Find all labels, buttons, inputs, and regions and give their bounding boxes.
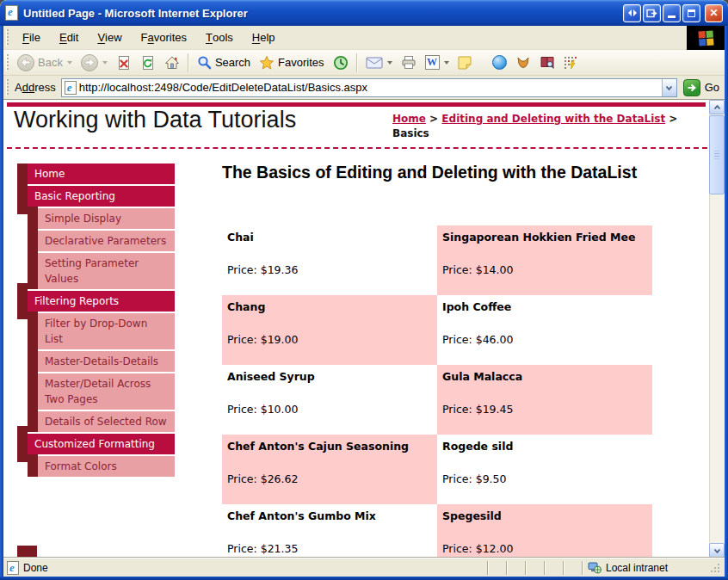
sidebar-item-simple-display[interactable]: Simple Display [28, 208, 175, 229]
product-price: Price: $9.50 [442, 472, 647, 485]
forward-button[interactable] [77, 52, 112, 74]
vertical-scrollbar[interactable] [709, 100, 725, 558]
popout-button[interactable] [643, 4, 661, 22]
sidebar-item-filtering-reports[interactable]: Filtering Reports [17, 291, 175, 312]
site-title: Working with Data Tutorials [14, 107, 296, 133]
address-dropdown-button[interactable] [662, 79, 676, 96]
page-favicon-icon: e [65, 81, 77, 95]
edit-word-button[interactable]: W [421, 52, 453, 74]
sidebar-indent [17, 178, 28, 214]
address-input[interactable] [79, 81, 659, 94]
product-price: Price: $19.36 [227, 263, 432, 276]
toolbar-grip[interactable] [6, 29, 9, 46]
sidebar-indent [28, 372, 38, 410]
product-price: Price: $46.00 [442, 333, 647, 346]
sidebar-item-customized-formatting[interactable]: Customized Formatting [17, 434, 175, 454]
history-button[interactable] [329, 52, 353, 74]
product-datalist: ChaiPrice: $19.36Singaporean Hokkien Fri… [222, 225, 652, 558]
toolbar-grip-2[interactable] [6, 54, 9, 71]
product-cell-ipoh-coffee: Ipoh CoffeePrice: $46.00 [437, 295, 652, 365]
sidebar-item-label: Basic Reporting [28, 186, 175, 207]
scroll-up-icon [713, 104, 721, 111]
grid-tool-icon [564, 56, 577, 70]
menu-item-view[interactable]: View [88, 26, 131, 49]
sidebar-indent [28, 251, 38, 289]
sidebar-item-declarative-parameters[interactable]: Declarative Parameters [28, 231, 175, 251]
notes-icon [458, 56, 472, 70]
sidebar-item-filter-by-drop-down-list[interactable]: Filter by Drop-Down List [28, 313, 175, 349]
sidebar-item-home[interactable]: Home [17, 164, 175, 184]
sidebar-indent [17, 283, 28, 319]
back-button[interactable]: Back [13, 52, 77, 74]
status-pane [525, 561, 544, 575]
close-button[interactable]: ✕ [705, 4, 723, 22]
stop-icon [116, 55, 132, 71]
browser-window: e Untitled Page - Microsoft Internet Exp… [0, 0, 728, 580]
address-input-wrap: e [61, 78, 677, 97]
scroll-down-button[interactable] [709, 543, 725, 558]
sidebar-item-master-details-details[interactable]: Master-Details-Details [28, 351, 175, 372]
minimize-button[interactable] [663, 4, 681, 22]
maximize-button[interactable] [682, 4, 700, 22]
status-page-icon: e [7, 561, 19, 575]
breadcrumb-link-home[interactable]: Home [392, 113, 426, 125]
history-icon [333, 55, 349, 71]
go-label[interactable]: Go [705, 81, 719, 94]
scrollbar-thumb[interactable] [709, 115, 725, 194]
notes-button[interactable] [453, 52, 476, 74]
ie-logo-icon: e [5, 5, 18, 21]
breadcrumb-link-editing-and-deleting-with-the-datalist[interactable]: Editing and Deleting with the DataList [441, 113, 665, 125]
header-divider [7, 147, 707, 149]
forward-dropdown-icon[interactable] [102, 61, 108, 65]
sidebar-item-details-of-selected-row[interactable]: Details of Selected Row [28, 411, 175, 432]
research-book-button[interactable] [535, 52, 559, 74]
messenger-button[interactable] [488, 52, 511, 74]
sidebar-indent [28, 349, 38, 372]
go-button[interactable] [683, 79, 700, 96]
toolbar-separator-2 [356, 53, 358, 72]
address-label: Address [15, 81, 56, 94]
scroll-up-button[interactable] [709, 100, 725, 114]
chevron-down-icon [665, 84, 673, 91]
sidebar-item-format-colors[interactable]: Format Colors [28, 456, 175, 477]
menu-item-file[interactable]: File [13, 26, 50, 49]
menu-item-favorites[interactable]: Favorites [132, 26, 196, 49]
address-bar: Address e Go [3, 76, 725, 100]
product-price: Price: $26.62 [227, 472, 432, 485]
menu-item-tools[interactable]: Tools [196, 26, 243, 49]
sidebar-item-master-detail-across-two-pages[interactable]: Master/Detail Across Two Pages [28, 373, 175, 410]
print-button[interactable] [397, 52, 421, 74]
addon-fox-button[interactable] [511, 52, 535, 74]
home-button[interactable] [160, 52, 184, 74]
product-cell-chang: ChangPrice: $19.00 [222, 295, 437, 365]
product-cell-gula-malacca: Gula MalaccaPrice: $19.45 [437, 365, 652, 435]
sidebar-item-basic-reporting[interactable]: Basic Reporting [17, 186, 175, 207]
stop-button[interactable] [112, 52, 136, 74]
go-arrow-icon [687, 83, 697, 93]
nav-arrows-button[interactable] [623, 4, 641, 22]
refresh-button[interactable] [136, 52, 160, 74]
search-button[interactable]: Search [193, 52, 255, 74]
menu-item-edit[interactable]: Edit [50, 26, 88, 49]
window-controls: ✕ [623, 4, 723, 22]
mail-dropdown-icon[interactable] [387, 61, 392, 65]
product-name: Chef Anton's Cajun Seasoning [227, 440, 432, 453]
back-dropdown-icon[interactable] [67, 61, 72, 65]
resize-grip[interactable] [711, 562, 721, 574]
product-name: Chang [227, 300, 432, 313]
edit-dropdown-icon[interactable] [444, 61, 449, 65]
status-left-pane: e Done [7, 561, 487, 575]
sidebar-indent [28, 229, 38, 251]
minimize-icon [668, 15, 676, 18]
sidebar-item-label: Declarative Parameters [38, 231, 175, 251]
sidebar-indent [28, 312, 38, 349]
validator-grid-button[interactable] [559, 52, 582, 74]
status-bar: e Done Local intranet [3, 558, 725, 577]
search-label: Search [215, 56, 250, 69]
mail-button[interactable] [361, 52, 397, 74]
sidebar-item-setting-parameter-values[interactable]: Setting Parameter Values [28, 253, 175, 289]
product-cell-chai: ChaiPrice: $19.36 [222, 225, 437, 295]
menu-item-help[interactable]: Help [243, 26, 285, 49]
favorites-button[interactable]: Favorites [255, 52, 328, 74]
address-grip[interactable] [6, 79, 9, 96]
